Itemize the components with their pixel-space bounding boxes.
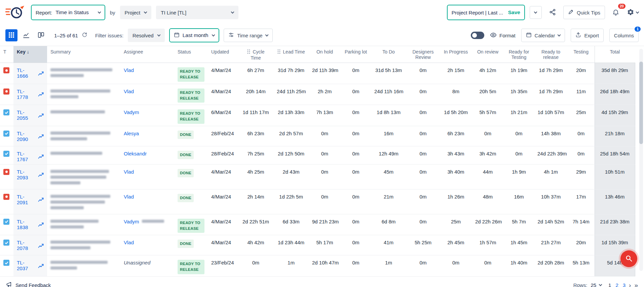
assignee-link[interactable]: Vlad bbox=[124, 194, 134, 200]
column-header-key[interactable]: Key↓ bbox=[13, 46, 47, 63]
column-header-on-review[interactable]: On review bbox=[472, 46, 504, 63]
assignee-link[interactable]: Vlad bbox=[124, 67, 134, 73]
bug-type-icon bbox=[3, 67, 9, 73]
chart-view-button[interactable] bbox=[20, 29, 32, 41]
column-header-summary[interactable]: Summary bbox=[47, 46, 120, 63]
column-header-ready-release[interactable]: Ready to release bbox=[534, 46, 568, 63]
issue-row: TL-1778VladREADY TO RELEASE4/Mar/2420h 1… bbox=[0, 84, 635, 105]
time-range-button[interactable]: Time range bbox=[224, 29, 272, 42]
issue-trend-chart-icon[interactable] bbox=[38, 134, 44, 139]
issue-trend-chart-icon[interactable] bbox=[38, 243, 44, 248]
assignee-link[interactable]: Alesya bbox=[124, 131, 139, 136]
status-badge: DONE bbox=[178, 131, 194, 139]
issue-summary-redacted bbox=[47, 255, 120, 277]
share-button[interactable] bbox=[546, 6, 559, 19]
page-button-2[interactable]: 2 bbox=[615, 282, 618, 287]
assignee-link[interactable]: Vadym bbox=[124, 109, 139, 115]
column-header-ready-testing[interactable]: Ready for Testing bbox=[504, 46, 534, 63]
issue-summary-redacted bbox=[47, 105, 120, 126]
column-header-cycle[interactable]: Cycle Time bbox=[238, 46, 273, 63]
issue-key-link[interactable]: TL-2093 bbox=[17, 169, 35, 180]
calendar-button[interactable]: Calendar bbox=[521, 29, 565, 42]
time-ready-release: 10h 37m bbox=[534, 189, 568, 214]
page-button-1[interactable]: 1 bbox=[608, 282, 611, 287]
assignee-link[interactable]: Oleksandr bbox=[124, 151, 147, 156]
issue-trend-chart-icon[interactable] bbox=[38, 172, 44, 177]
column-header-todo[interactable]: To Do bbox=[371, 46, 406, 63]
last-page-button[interactable]: » bbox=[634, 282, 638, 287]
time-on-review: 2d 22h 26m bbox=[472, 214, 504, 235]
issue-key-link[interactable]: TL-1838 bbox=[17, 219, 35, 230]
column-header-in-progress[interactable]: In Progress bbox=[440, 46, 472, 63]
updated-date: 4/Mar/24 bbox=[208, 164, 238, 189]
quick-tips-button[interactable]: Quick Tips bbox=[563, 6, 605, 19]
status-badge: DONE bbox=[178, 151, 194, 159]
refresh-button[interactable] bbox=[81, 31, 89, 39]
status-filter-select[interactable]: Resolved bbox=[128, 29, 165, 42]
saved-reports-menu-button[interactable] bbox=[530, 6, 542, 19]
issue-trend-chart-icon[interactable] bbox=[38, 71, 44, 76]
issue-trend-chart-icon[interactable] bbox=[38, 222, 44, 227]
grid-view-button[interactable] bbox=[5, 29, 17, 41]
assignee-link[interactable]: Vlad bbox=[124, 240, 134, 245]
period-filter-select[interactable]: Last month bbox=[183, 32, 215, 38]
issue-trend-chart-icon[interactable] bbox=[38, 197, 44, 202]
vertical-scrollbar[interactable] bbox=[639, 49, 643, 271]
columns-wrap: Columns 1 bbox=[609, 29, 639, 42]
issue-key-link[interactable]: TL-2078 bbox=[17, 240, 35, 251]
issue-row: TL-2091VladDONE4/Mar/242h 14m1d 22h 5m0m… bbox=[0, 189, 635, 214]
column-header-updated[interactable]: Updated bbox=[208, 46, 238, 63]
export-button[interactable]: Export bbox=[571, 29, 603, 42]
column-header-assignee[interactable]: Assignee bbox=[120, 46, 174, 63]
assignee-link[interactable]: Vlad bbox=[124, 88, 134, 94]
time-testing: 7h 14m bbox=[568, 214, 595, 235]
issue-key-link[interactable]: TL-2091 bbox=[17, 194, 35, 205]
column-header-testing[interactable]: Testing bbox=[568, 46, 595, 63]
column-header-parking[interactable]: Parking lot bbox=[341, 46, 371, 63]
time-ready-release: 2d 14h 52m bbox=[534, 214, 568, 235]
vertical-scrollbar-thumb[interactable] bbox=[639, 62, 643, 144]
time-cycle: 2h 14m bbox=[238, 189, 273, 214]
issue-key-link[interactable]: TL-2055 bbox=[17, 109, 35, 121]
column-header-on-hold[interactable]: On hold bbox=[309, 46, 341, 63]
settings-button[interactable] bbox=[627, 6, 639, 19]
rows-per-page-select[interactable]: 25 bbox=[591, 282, 602, 287]
column-header-lead[interactable]: Lead Time bbox=[273, 46, 309, 63]
column-header-designers[interactable]: Designers Review bbox=[406, 46, 440, 63]
notifications-button[interactable]: 20 bbox=[610, 6, 622, 19]
issue-trend-chart-icon[interactable] bbox=[38, 154, 44, 159]
issue-row: TL-1767OleksandrDONE28/Feb/247h 25m2d 12… bbox=[0, 146, 635, 164]
column-header-status[interactable]: Status bbox=[174, 46, 208, 63]
time-on-hold: 0m bbox=[309, 189, 341, 214]
assignee-link[interactable]: Vadym bbox=[124, 219, 139, 224]
save-report-button[interactable]: Save bbox=[508, 9, 520, 15]
issue-trend-chart-icon[interactable] bbox=[38, 92, 44, 97]
issue-trend-chart-icon[interactable] bbox=[38, 263, 44, 268]
format-button[interactable]: Format bbox=[490, 32, 516, 39]
theme-toggle[interactable] bbox=[471, 32, 484, 39]
saved-report-name-input[interactable]: Project Report | Last ... bbox=[452, 10, 505, 15]
time-lead: 1m bbox=[273, 255, 309, 277]
board-view-button[interactable] bbox=[35, 29, 47, 41]
task-type-icon bbox=[3, 219, 9, 225]
issue-row: TL-2078VladDONE4/Mar/244h 42m1d 23h 44m5… bbox=[0, 235, 635, 255]
issue-key-link[interactable]: TL-2037 bbox=[17, 260, 35, 271]
send-feedback-button[interactable]: Send Feedback bbox=[6, 281, 51, 287]
column-header-total[interactable]: Total bbox=[595, 46, 635, 63]
column-drag-handle-icon[interactable] bbox=[277, 49, 281, 55]
issue-trend-chart-icon[interactable] bbox=[38, 113, 44, 118]
issue-key-link[interactable]: TL-1666 bbox=[17, 67, 35, 79]
column-header-type[interactable]: T bbox=[0, 46, 13, 63]
column-drag-handle-icon[interactable] bbox=[247, 49, 251, 55]
issue-key-link[interactable]: TL-2090 bbox=[17, 131, 35, 142]
page-button-3[interactable]: 3 bbox=[623, 282, 626, 287]
support-search-fab[interactable] bbox=[620, 250, 637, 267]
group-by-select[interactable]: Project bbox=[120, 6, 152, 19]
issue-key-link[interactable]: TL-1767 bbox=[17, 151, 35, 162]
issue-key-link[interactable]: TL-1778 bbox=[17, 88, 35, 100]
assignee-link[interactable]: Vlad bbox=[124, 169, 134, 175]
board-view-icon bbox=[38, 32, 44, 39]
project-select[interactable]: TI Line [TL] bbox=[156, 6, 238, 19]
report-type-select[interactable]: Time in Status bbox=[55, 9, 101, 15]
next-page-button[interactable]: › bbox=[629, 282, 631, 287]
